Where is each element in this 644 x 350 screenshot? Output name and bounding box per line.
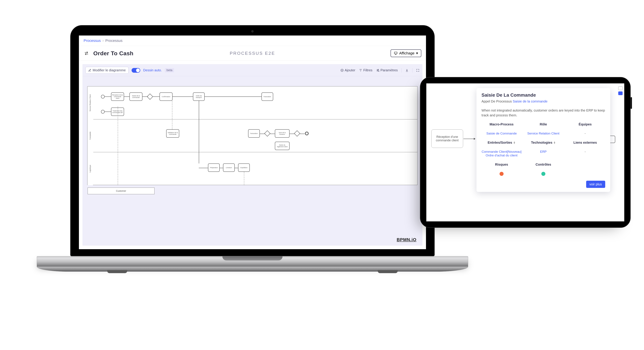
bpmn-task[interactable]: Facturation [248,129,260,138]
bpmn-message-flow [118,106,118,185]
laptop-foot [107,270,127,273]
bpmn-sequence-flow [199,101,199,163]
bpmn-sequence-flow [270,134,275,134]
tablet-side-button [631,97,632,109]
svg-point-4 [378,71,379,71]
col-head-teams: Équipes [565,122,605,126]
risk-dot-icon [500,172,504,176]
bpmn-external-pool[interactable]: Customer [88,188,154,194]
col-head-tech-label: Technologies [531,141,552,144]
detail-footer: voir plus [482,181,605,188]
tablet-screen: Réception d'une commande client Saisie D… [426,83,624,221]
svg-point-2 [378,69,378,70]
bpmn-task[interactable]: Expédition [238,163,250,172]
detail-description: When not integrated automatically, custo… [482,108,605,118]
bpmn-watermark: BPMN.iO [397,237,416,242]
val-tech[interactable]: ERP [540,150,546,153]
bpmn-task[interactable]: Confirmation [160,92,172,101]
breadcrumb: Processus › Processus [79,36,426,46]
control-dot-icon [541,172,545,176]
edit-diagram-button[interactable]: Modifier le diagramme [86,67,128,74]
diagram-area[interactable]: Service Relation Client Comptable Logist… [83,76,422,245]
edit-diagram-label: Modifier le diagramme [92,68,126,72]
mini-bpmn-task[interactable]: Réception d'une commande client [431,129,463,148]
bpmn-task[interactable]: Traitement des commandes BP [111,107,124,116]
val-role[interactable]: Service Relation Client [527,132,560,135]
pencil-icon [88,69,91,72]
add-label: Ajouter [345,68,355,72]
bpmn-task[interactable]: Réception d'une commande client [111,92,124,101]
mini-diagram-stage[interactable]: Réception d'une commande client Saisie D… [426,83,624,221]
bpmn-task[interactable]: Saisie du règlement client [275,142,290,150]
app-root: Processus › Processus Order To Cash PROC… [79,36,426,249]
laptop-base [37,267,468,272]
settings-button[interactable]: Paramètres [376,68,398,72]
detail-title: Saisie De La Commande [482,92,605,98]
canvas: Modifier le diagramme Dessin auto. beta … [82,64,422,246]
val-io-item[interactable]: Commande Client[Nouveau] [482,150,522,153]
detail-subtitle: Appel De Processus Saisie de la commande [482,99,605,103]
bpmn-gateway[interactable] [294,130,300,137]
bpmn-sequence-flow [105,96,111,97]
val-teams: - [585,132,586,135]
bpmn-start-event[interactable] [101,110,105,114]
val-risks[interactable] [482,172,522,177]
bpmn-sequence-flow [172,96,193,97]
download-button[interactable] [405,69,408,72]
bpmn-sequence-flow [153,96,160,97]
fullscreen-button[interactable] [416,69,420,72]
bpmn-task[interactable]: Suivi de la livraison [275,129,290,138]
col-head-risks: Risques [482,163,522,166]
laptop-lid: Processus › Processus Order To Cash PROC… [70,25,435,256]
bpmn-gateway[interactable] [264,130,270,137]
auto-draw-label: Dessin auto. [143,68,162,72]
bpmn-sequence-flow [105,111,111,112]
bpmn-task[interactable]: Saisie de la commande [130,92,142,101]
swap-horizontal-icon [84,50,89,56]
bpmn-sequence-flow [260,134,265,134]
bpmn-task[interactable]: Facturation [262,92,273,101]
toolbar-separator [412,68,412,73]
page-context-label: PROCESSUS E2E [230,51,275,56]
chevron-right-icon: › [102,39,104,43]
detail-subtitle-link[interactable]: Saisie de la commande [513,99,548,103]
bpmn-task[interactable]: Préparation [208,163,220,172]
page-title: Order To Cash [93,50,134,57]
canvas-toolbar: Modifier le diagramme Dessin auto. beta … [83,65,422,76]
col-head-macro-process: Macro-Process [482,122,522,126]
col-head-role: Rôle [523,122,564,126]
view-chip-active[interactable] [618,91,622,95]
svg-rect-0 [394,52,397,54]
breadcrumb-root-link[interactable]: Processus [84,39,101,43]
bpmn-task[interactable]: Validation de la commande [166,129,179,138]
bpmn-gateway[interactable] [147,94,153,100]
view-chip[interactable] [618,86,622,90]
col-head-links: Liens externes [565,141,605,144]
display-mode-button[interactable]: Affichage ▾ [390,49,421,57]
val-io-item[interactable]: Ordre d'achat du client [486,153,518,157]
col-head-io-label: Entrées/Sorties [488,141,512,144]
add-button[interactable]: Ajouter [340,68,355,72]
breadcrumb-current: Processus [105,39,122,43]
canvas-wrap: Modifier le diagramme Dessin auto. beta … [79,61,426,249]
bpmn-task[interactable]: Ordre de transport [193,92,205,101]
val-controls[interactable] [523,172,564,177]
bpmn-sequence-flow [142,96,148,97]
lane-divider [93,152,417,152]
col-head-io[interactable]: Entrées/Sorties ▲▼ [482,141,522,144]
svg-point-3 [377,70,378,71]
lane-divider [93,119,417,119]
monitor-icon [394,51,398,55]
val-links: - [585,150,586,153]
laptop-foot [378,270,398,273]
bpmn-start-event[interactable] [101,95,105,98]
bpmn-sequence-flow [220,168,223,168]
val-macro-process[interactable]: Saisie de Commande [486,132,517,135]
bpmn-end-event[interactable] [305,132,309,135]
see-more-button[interactable]: voir plus [586,181,605,188]
bpmn-diagram[interactable]: Service Relation Client Comptable Logist… [88,86,418,185]
filters-button[interactable]: Filtres [359,68,372,72]
col-head-tech[interactable]: Technologies ▲▼ [523,141,564,144]
bpmn-task[interactable]: Livraison [223,163,235,172]
auto-draw-toggle[interactable] [132,68,140,73]
